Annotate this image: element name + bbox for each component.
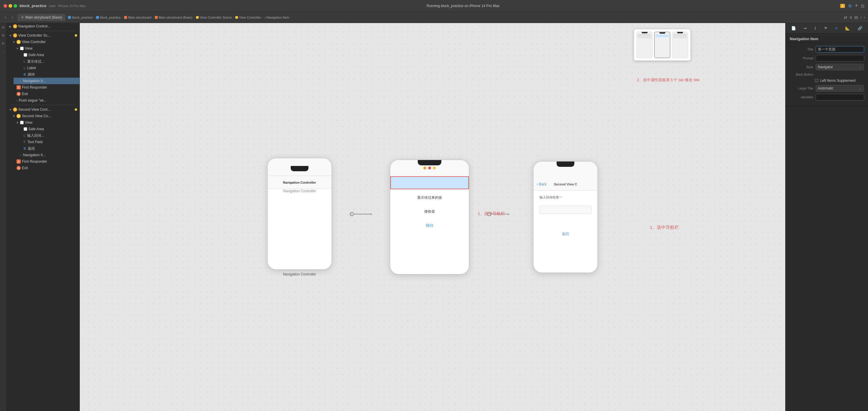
breadcrumb-storyboard[interactable]: Main.storyboard (124, 15, 151, 19)
second-input-field[interactable] (539, 205, 591, 214)
sidebar-item-second-view[interactable]: ▼ View (13, 119, 80, 126)
prompt-field-input[interactable] (816, 55, 864, 61)
sidebar-item-second-nav-item[interactable]: ▶ ‹ Navigation It... (13, 152, 80, 158)
second-vc-wrapper: ‹ Back Second View C 输入回传给第一 返回 (527, 161, 598, 273)
refresh-icon[interactable]: ⇄ (844, 15, 847, 20)
identifier-field-input[interactable] (816, 94, 864, 100)
inspector-tab-slider[interactable]: ≡ (833, 25, 840, 32)
vc-content: 显示传过来的值 接收值 跳转 (390, 189, 469, 234)
breadcrumb-storyboard-base[interactable]: Main.storyboard (Base) (155, 15, 192, 19)
nav-ctrl-notch (291, 166, 308, 171)
toolbar-right: ⇄ ≡ ⊟ ‹ › (844, 15, 865, 20)
back-button[interactable]: ‹ (3, 14, 8, 20)
device-name: iPhone 14 Pro Max (58, 4, 86, 8)
left-items-checkbox[interactable] (815, 79, 818, 83)
nav-arrow-icon: ‹ (20, 79, 21, 83)
disclosure-view: ▼ (16, 47, 19, 50)
forward-button[interactable]: › (10, 14, 15, 20)
large-title-value: Automatic (818, 86, 833, 90)
sidebar-item-view[interactable]: ▼ View (13, 45, 80, 52)
title-bar-left: block_practice main iPhone 14 Pro Max (4, 4, 86, 8)
sidebar-item-nav-controller[interactable]: ▶ S Navigation Control... (6, 23, 80, 30)
sidebar-item-second-safe[interactable]: ▶ Safe Area (17, 126, 80, 132)
nav-ctrl-content: Navigation Controller (268, 189, 332, 193)
second-nav-title: Second View C (554, 183, 577, 186)
breadcrumb-scene[interactable]: View Controller Scene (196, 15, 232, 19)
vc-wrapper: 显示传过来的值 接收值 跳转 1、选中导航栏 (390, 159, 469, 275)
breadcrumb-project[interactable]: block_practice (68, 15, 92, 19)
grid-icon[interactable]: ⊟ (855, 15, 858, 20)
chevron-right-icon[interactable]: › (864, 15, 865, 20)
inspector-tabs: 📄 ➡ ℹ ⚑ ≡ 📐 🔗 (785, 23, 868, 34)
add-icon[interactable]: + (855, 3, 858, 9)
style-select[interactable]: Navigator ⌄ (816, 64, 864, 70)
inspector-tab-info[interactable]: ℹ (812, 25, 818, 32)
inspector-tab-flag[interactable]: ⚑ (822, 25, 830, 32)
second-back-link[interactable]: 返回 (562, 231, 569, 236)
minimize-button[interactable] (8, 4, 12, 8)
arrow-inner-1: ↻ (351, 213, 353, 216)
second-view-icon (20, 121, 24, 124)
sidebar-item-btn-jump[interactable]: ▶ B 跳转 (17, 71, 80, 78)
sidebar-item-vc-scene[interactable]: ▼ S View Controller Sc... (6, 32, 80, 39)
sidebar-item-second-vc[interactable]: ▼ ● Second View Co... (10, 113, 80, 119)
sidebar-item-btn-back[interactable]: ▶ B 返回 (17, 145, 80, 152)
list-icon[interactable]: ≡ (850, 15, 852, 20)
vc-link[interactable]: 跳转 (426, 223, 433, 228)
breadcrumb-folder[interactable]: block_practice (96, 15, 121, 19)
sidebar-item-second-exit[interactable]: ▶ ⊙ Exit (10, 165, 80, 171)
fullscreen-button[interactable] (13, 4, 17, 8)
inspector-tab-link[interactable]: 🔗 (855, 25, 865, 32)
tab-storyboard[interactable]: ✕ Main.storyboard (Base) (18, 14, 66, 21)
breadcrumb-vc[interactable]: View Controller (235, 15, 261, 19)
window-icon[interactable]: ⊡ (861, 4, 864, 8)
label-huiru-label: 输入回传... (27, 133, 44, 138)
close-button[interactable] (4, 4, 7, 8)
sidebar-item-second-scene[interactable]: ▼ S Second View Cont... (6, 106, 80, 113)
sidebar-item-label[interactable]: ▶ L Label (17, 65, 80, 71)
inspector-tab-file[interactable]: 📄 (789, 25, 798, 32)
push-segue-label: Push segue "se... (19, 98, 47, 102)
title-field-input[interactable] (816, 46, 864, 53)
nav-ctrl-bar: Navigation Controller (268, 176, 332, 189)
sidebar-item-nav-item[interactable]: ▶ ‹ Navigation It... (13, 78, 80, 84)
view-label: View (25, 46, 32, 51)
large-title-chevron: ⌄ (859, 86, 862, 90)
screens-container: Navigation Controller Navigation Control… (80, 23, 785, 411)
run-status: Running block_practice on iPhone 14 Pro … (89, 4, 837, 8)
inspector-row-back-button: Back Button (790, 73, 864, 76)
breadcrumb-nav-item[interactable]: ‹ Navigation Item (265, 15, 289, 19)
chevron-left-icon[interactable]: ‹ (860, 15, 862, 20)
sidebar-item-safe-area[interactable]: ▶ Safe Area (17, 52, 80, 58)
second-first-resp-icon: 1 (17, 159, 21, 164)
arrow-circle-1: ↻ (350, 212, 354, 216)
large-title-select[interactable]: Automatic ⌄ (816, 85, 864, 92)
sidebar-item-push-segue[interactable]: ▶ ‹ Push segue "se... (10, 97, 80, 104)
second-vc-icon: ● (17, 114, 21, 118)
title-field-label: Title (790, 48, 813, 51)
sidebar-item-label-xianshi[interactable]: ▶ L 显示传过... (17, 58, 80, 65)
second-exit-label: Exit (22, 166, 28, 170)
sidebar-item-first-responder[interactable]: ▶ 1 First Responder (10, 84, 80, 91)
sidebar-item-exit[interactable]: ▶ ⊙ Exit (10, 91, 80, 97)
sidebar-item-label-huiru[interactable]: ▶ L 输入回传... (17, 132, 80, 139)
second-vc-screen: ‹ Back Second View C 输入回传给第一 返回 (533, 161, 598, 273)
button-b-icon-2: B (24, 147, 26, 150)
back-button-field-label: Back Button (790, 73, 813, 76)
vc-label1: 显示传过来的值 (417, 195, 442, 200)
tab-close-icon[interactable]: ✕ (21, 15, 24, 20)
inspector-tab-arrow[interactable]: ➡ (801, 25, 809, 32)
identifier-field-label: Identifier (790, 95, 813, 99)
storyboard-canvas[interactable]: Navigation Controller Navigation Control… (80, 23, 785, 411)
sidebar-item-text-field[interactable]: ▶ F Text Field (17, 139, 80, 145)
arrow-head-2: › (508, 212, 509, 217)
back-btn-label[interactable]: ‹ Back (536, 182, 547, 186)
sidebar-item-second-first-resp[interactable]: ▶ 1 First Responder (10, 158, 80, 165)
left-icon-1: M (2, 26, 4, 29)
inspector-tab-ruler[interactable]: 📐 (843, 25, 852, 32)
vc-nav-bar-selected[interactable] (390, 176, 469, 189)
safe-area-label: Safe Area (28, 53, 44, 57)
second-exit-icon: ⊙ (17, 166, 21, 170)
sidebar-item-vc[interactable]: ▼ ● View Controller (10, 39, 80, 45)
annotation-1: 1、选中导航栏 (478, 211, 505, 216)
